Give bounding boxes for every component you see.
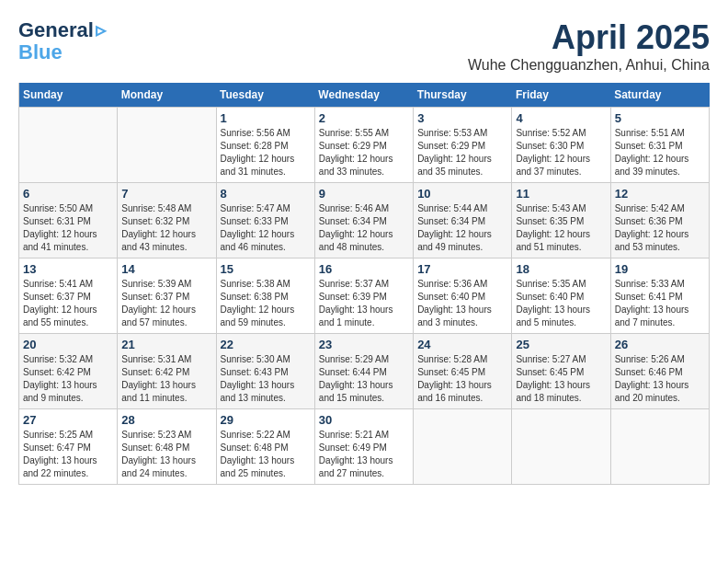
logo-bird-icon: ▹	[96, 18, 106, 42]
day-info: Sunrise: 5:47 AMSunset: 6:33 PMDaylight:…	[221, 202, 311, 254]
day-number: 8	[221, 187, 311, 201]
calendar-cell: 23Sunrise: 5:29 AMSunset: 6:44 PMDayligh…	[314, 334, 413, 409]
logo-blue-text: Blue	[18, 42, 63, 63]
calendar-cell: 17Sunrise: 5:36 AMSunset: 6:40 PMDayligh…	[414, 259, 512, 334]
day-number: 24	[417, 338, 507, 351]
calendar-week-row: 1Sunrise: 5:56 AMSunset: 6:28 PMDaylight…	[19, 108, 710, 183]
calendar-week-row: 20Sunrise: 5:32 AMSunset: 6:42 PMDayligh…	[19, 334, 710, 409]
day-info: Sunrise: 5:27 AMSunset: 6:45 PMDaylight:…	[516, 353, 606, 405]
day-number: 20	[23, 338, 113, 351]
calendar-cell: 28Sunrise: 5:23 AMSunset: 6:48 PMDayligh…	[118, 409, 216, 485]
month-year-title: April 2025	[468, 18, 710, 57]
day-number: 28	[121, 413, 211, 427]
day-info: Sunrise: 5:46 AMSunset: 6:34 PMDaylight:…	[319, 202, 409, 254]
day-number: 2	[319, 111, 409, 125]
page-header: General ▹ Blue April 2025 Wuhe Chengguan…	[18, 18, 710, 74]
calendar-cell: 2Sunrise: 5:55 AMSunset: 6:29 PMDaylight…	[314, 108, 413, 183]
day-number: 11	[516, 187, 606, 201]
calendar-cell: 15Sunrise: 5:38 AMSunset: 6:38 PMDayligh…	[216, 259, 314, 334]
calendar-cell	[118, 108, 216, 183]
weekday-header-tuesday: Tuesday	[216, 83, 314, 108]
logo-text: General	[18, 20, 94, 40]
calendar-cell: 6Sunrise: 5:50 AMSunset: 6:31 PMDaylight…	[19, 183, 118, 259]
day-info: Sunrise: 5:35 AMSunset: 6:40 PMDaylight:…	[516, 278, 606, 329]
calendar-cell	[414, 409, 512, 485]
calendar-cell: 27Sunrise: 5:25 AMSunset: 6:47 PMDayligh…	[19, 409, 118, 485]
calendar-cell: 18Sunrise: 5:35 AMSunset: 6:40 PMDayligh…	[512, 259, 610, 334]
day-number: 10	[417, 187, 507, 201]
calendar-cell: 5Sunrise: 5:51 AMSunset: 6:31 PMDaylight…	[610, 108, 709, 183]
day-number: 30	[319, 413, 409, 427]
logo: General ▹ Blue	[18, 18, 106, 63]
calendar-cell: 16Sunrise: 5:37 AMSunset: 6:39 PMDayligh…	[314, 259, 413, 334]
calendar-cell: 12Sunrise: 5:42 AMSunset: 6:36 PMDayligh…	[610, 183, 709, 259]
day-number: 29	[221, 413, 311, 427]
calendar-cell: 25Sunrise: 5:27 AMSunset: 6:45 PMDayligh…	[512, 334, 610, 409]
title-area: April 2025 Wuhe Chengguanzhen, Anhui, Ch…	[468, 18, 710, 74]
calendar-cell: 24Sunrise: 5:28 AMSunset: 6:45 PMDayligh…	[414, 334, 512, 409]
weekday-header-row: SundayMondayTuesdayWednesdayThursdayFrid…	[19, 83, 710, 108]
calendar-cell	[19, 108, 118, 183]
calendar-cell: 11Sunrise: 5:43 AMSunset: 6:35 PMDayligh…	[512, 183, 610, 259]
calendar-cell: 14Sunrise: 5:39 AMSunset: 6:37 PMDayligh…	[118, 259, 216, 334]
day-number: 16	[319, 262, 409, 276]
day-number: 25	[516, 338, 606, 351]
day-number: 9	[319, 187, 409, 201]
day-number: 15	[221, 262, 311, 276]
calendar-cell: 22Sunrise: 5:30 AMSunset: 6:43 PMDayligh…	[216, 334, 314, 409]
day-number: 22	[221, 338, 311, 351]
day-number: 6	[23, 187, 113, 201]
day-info: Sunrise: 5:39 AMSunset: 6:37 PMDaylight:…	[121, 278, 211, 329]
day-info: Sunrise: 5:56 AMSunset: 6:28 PMDaylight:…	[221, 127, 311, 178]
day-info: Sunrise: 5:29 AMSunset: 6:44 PMDaylight:…	[319, 353, 409, 405]
day-info: Sunrise: 5:30 AMSunset: 6:43 PMDaylight:…	[221, 353, 311, 405]
weekday-header-thursday: Thursday	[414, 83, 512, 108]
day-info: Sunrise: 5:53 AMSunset: 6:29 PMDaylight:…	[417, 127, 507, 178]
day-number: 7	[121, 187, 211, 201]
day-number: 3	[417, 111, 507, 125]
day-number: 23	[319, 338, 409, 351]
day-number: 1	[221, 111, 311, 125]
calendar-cell: 1Sunrise: 5:56 AMSunset: 6:28 PMDaylight…	[216, 108, 314, 183]
day-info: Sunrise: 5:32 AMSunset: 6:42 PMDaylight:…	[23, 353, 113, 405]
calendar-cell: 13Sunrise: 5:41 AMSunset: 6:37 PMDayligh…	[19, 259, 118, 334]
weekday-header-wednesday: Wednesday	[314, 83, 413, 108]
day-info: Sunrise: 5:25 AMSunset: 6:47 PMDaylight:…	[23, 429, 113, 480]
weekday-header-saturday: Saturday	[610, 83, 709, 108]
calendar-cell: 21Sunrise: 5:31 AMSunset: 6:42 PMDayligh…	[118, 334, 216, 409]
day-info: Sunrise: 5:28 AMSunset: 6:45 PMDaylight:…	[417, 353, 507, 405]
day-number: 21	[121, 338, 211, 351]
day-info: Sunrise: 5:41 AMSunset: 6:37 PMDaylight:…	[23, 278, 113, 329]
day-info: Sunrise: 5:38 AMSunset: 6:38 PMDaylight:…	[221, 278, 311, 329]
day-number: 19	[615, 262, 705, 276]
calendar-cell: 19Sunrise: 5:33 AMSunset: 6:41 PMDayligh…	[610, 259, 709, 334]
day-info: Sunrise: 5:26 AMSunset: 6:46 PMDaylight:…	[615, 353, 705, 405]
day-number: 18	[516, 262, 606, 276]
day-info: Sunrise: 5:37 AMSunset: 6:39 PMDaylight:…	[319, 278, 409, 329]
day-number: 27	[23, 413, 113, 427]
day-info: Sunrise: 5:36 AMSunset: 6:40 PMDaylight:…	[417, 278, 507, 329]
calendar-cell: 9Sunrise: 5:46 AMSunset: 6:34 PMDaylight…	[314, 183, 413, 259]
day-info: Sunrise: 5:42 AMSunset: 6:36 PMDaylight:…	[615, 202, 705, 254]
weekday-header-monday: Monday	[118, 83, 216, 108]
calendar-week-row: 6Sunrise: 5:50 AMSunset: 6:31 PMDaylight…	[19, 183, 710, 259]
calendar-week-row: 13Sunrise: 5:41 AMSunset: 6:37 PMDayligh…	[19, 259, 710, 334]
day-info: Sunrise: 5:48 AMSunset: 6:32 PMDaylight:…	[121, 202, 211, 254]
day-info: Sunrise: 5:22 AMSunset: 6:48 PMDaylight:…	[221, 429, 311, 480]
calendar-cell: 4Sunrise: 5:52 AMSunset: 6:30 PMDaylight…	[512, 108, 610, 183]
day-info: Sunrise: 5:44 AMSunset: 6:34 PMDaylight:…	[417, 202, 507, 254]
weekday-header-sunday: Sunday	[19, 83, 118, 108]
location-subtitle: Wuhe Chengguanzhen, Anhui, China	[468, 57, 710, 74]
calendar-cell: 20Sunrise: 5:32 AMSunset: 6:42 PMDayligh…	[19, 334, 118, 409]
day-number: 17	[417, 262, 507, 276]
day-number: 13	[23, 262, 113, 276]
day-info: Sunrise: 5:31 AMSunset: 6:42 PMDaylight:…	[121, 353, 211, 405]
calendar-cell	[512, 409, 610, 485]
calendar-cell: 29Sunrise: 5:22 AMSunset: 6:48 PMDayligh…	[216, 409, 314, 485]
calendar-cell: 8Sunrise: 5:47 AMSunset: 6:33 PMDaylight…	[216, 183, 314, 259]
day-info: Sunrise: 5:23 AMSunset: 6:48 PMDaylight:…	[121, 429, 211, 480]
day-info: Sunrise: 5:50 AMSunset: 6:31 PMDaylight:…	[23, 202, 113, 254]
weekday-header-friday: Friday	[512, 83, 610, 108]
day-info: Sunrise: 5:21 AMSunset: 6:49 PMDaylight:…	[319, 429, 409, 480]
day-info: Sunrise: 5:55 AMSunset: 6:29 PMDaylight:…	[319, 127, 409, 178]
